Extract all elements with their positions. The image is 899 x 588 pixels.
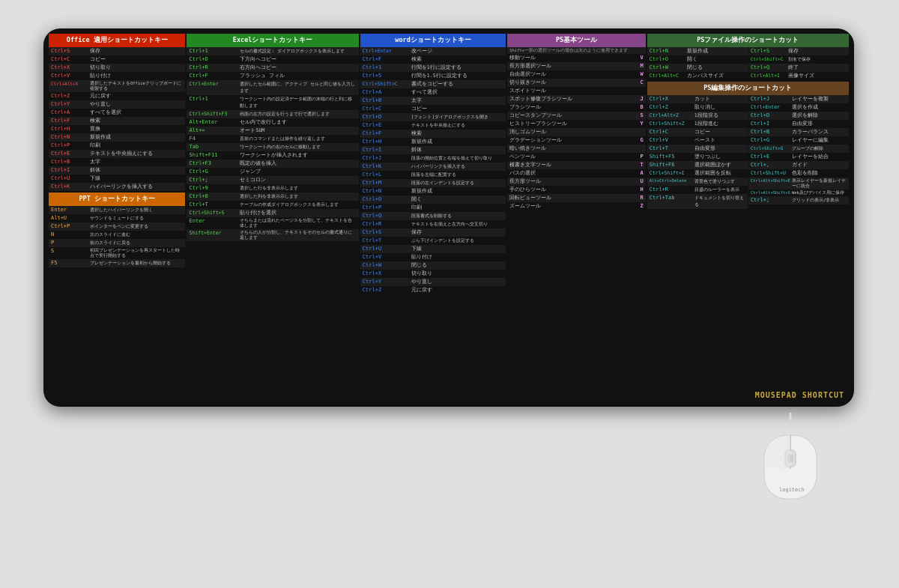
- ps-edit-r13: Ctrl+Tab ドキュメントを切り替える: [647, 194, 748, 209]
- word-row-16: Ctrl+L 段落を左端に配置する: [360, 171, 506, 179]
- excel-row-19: Ctrl+Shift+S 貼り付けを選択: [187, 209, 358, 217]
- office-row-14: Ctrl+B 太字: [49, 158, 185, 166]
- office-row-5: Ctrl+Alt+X 選択したテキストをOfficeクリップボードに複製する: [49, 80, 185, 92]
- ps-edit-l12: Ctrl+Alt+Shift+S Web及びデバイス用に保存: [748, 190, 849, 196]
- word-row-6: Ctrl+A すべて選択: [360, 88, 506, 97]
- ps-file-r2: Ctrl+O 開く: [647, 55, 748, 64]
- office-row-10: Ctrl+H 置換: [49, 125, 185, 133]
- word-row-22: Ctrl+R テキストを右揃えと左方向へ交互切り: [360, 220, 506, 228]
- word-row-5: Ctrl+Shift+C 書式をコピーする: [360, 80, 506, 88]
- ps-edit-l1: Ctrl+J レイヤーを複製: [748, 95, 849, 103]
- ps-edit-l4: Ctrl+I 自由変形: [748, 120, 849, 128]
- ps-edit-r2: Ctrl+Z 取り消し: [647, 103, 748, 112]
- word-row-8: Ctrl+C コピー: [360, 105, 506, 113]
- ps-basic-row-9: ヒストリーブラシツール Y: [507, 120, 645, 128]
- ps-basic-row-16: 長方形ツール U: [507, 178, 645, 186]
- word-row-24: Ctrl+T ぶら下げインデントを設定する: [360, 237, 506, 245]
- ps-basic-column: PS基本ツール Shift+一部の選択ツールの場合は次のように使用できます 移動…: [507, 34, 645, 401]
- ps-basic-row-8: コピースタンプツール S: [507, 112, 645, 120]
- ps-edit-r8: Shift+F5 塗りつぶし: [647, 153, 748, 161]
- ps-file-header: PSファイル操作のショートカット: [647, 34, 849, 47]
- office-row-3: Ctrl+X 切り取り: [49, 64, 185, 72]
- ps-file-r3: Ctrl+W 閉じる: [647, 64, 748, 72]
- ps-basic-header: PS基本ツール: [507, 34, 645, 47]
- ps-basic-row-13: ペンツール P: [507, 153, 645, 161]
- word-row-14: Ctrl+J 段落の開始位置と右端を揃えて切り取り: [360, 154, 506, 163]
- ps-basic-row-12: 暗い焼きツール: [507, 145, 645, 153]
- excel-row-10: F4 直前のコマンドまたは操作を繰り返します: [187, 135, 358, 143]
- ppt-row-7: F5 プレゼンテーションを最初から開始する: [49, 259, 185, 267]
- mousepad: Office 適用ショートカットキー Ctrl+S 保存 Ctrl+C コピー …: [43, 28, 854, 407]
- ps-file-r1: Ctrl+N 新規作成: [647, 47, 748, 55]
- ps-basic-row-17: 手のひらツール H: [507, 186, 645, 194]
- excel-row-18: Ctrl+T テーブルの作成ダイアログボックスを表示します: [187, 201, 358, 209]
- ps-edit-r9: Shift+F6 選択範囲ぼかす: [647, 161, 748, 169]
- excel-row-7: Ctrl+Shift+F3 画面の左方の設定を行うまで行で選択します: [187, 110, 358, 118]
- ps-basic-row-3: 自由選択ツール W: [507, 70, 645, 79]
- office-row-9: Ctrl+F 検索: [49, 117, 185, 125]
- excel-row-6: Ctrl+1 ワークシート内の設定済データ範囲の末端の行と列に移動します: [187, 95, 358, 110]
- word-row-21: Ctrl+Q 段落書式を削除する: [360, 212, 506, 220]
- ps-edit-r12: Ctrl+R 目盛のルーラーを表示: [647, 186, 748, 194]
- excel-row-1: Ctrl+1 セルの書式設定: ダイアログボックスを表示します: [187, 47, 358, 55]
- word-row-2: Ctrl+F 検索: [360, 55, 506, 64]
- ps-edit-r7: Ctrl+T 自由変形: [647, 145, 748, 153]
- ps-edit-l10: Ctrl+Shift+U 色彩を削除: [748, 169, 849, 178]
- ps-basic-row-15: パスの選択 A: [507, 169, 645, 178]
- office-row-15: Ctrl+I 斜体: [49, 166, 185, 175]
- ps-edit-l3: Ctrl+D 選択を解除: [748, 112, 849, 120]
- word-row-1: Ctrl+Enter 改ページ: [360, 47, 506, 55]
- ps-edit-l13: Ctrl+; グリッドの表示/非表示: [748, 196, 849, 204]
- svg-text:logitech: logitech: [779, 487, 805, 493]
- ps-basic-row-1: 移動ツール V: [507, 54, 645, 62]
- excel-row-3: Ctrl+R 右方向へコピー: [187, 64, 358, 72]
- word-header: wordショートカットキー: [360, 34, 506, 47]
- word-row-20: Ctrl+P 印刷: [360, 204, 506, 212]
- ps-basic-row-2: 長方形選択ツール M: [507, 62, 645, 70]
- excel-row-12: Shift+F11 ワークシートが挿入されます: [187, 151, 358, 160]
- office-row-17: Ctrl+K ハイパーリンクを挿入する: [49, 183, 185, 191]
- ps-file-r6: Ctrl+Shift+C 別名で保存: [748, 55, 849, 64]
- word-row-19: Ctrl+O 開く: [360, 196, 506, 204]
- ps-edit-r3: Ctrl+Alt+Z 1段階戻る: [647, 112, 748, 120]
- ps-edit-r6: Ctrl+V ペースト: [647, 136, 748, 145]
- excel-row-13: Ctrl+F3 既定の値を挿入: [187, 160, 358, 168]
- ps-edit-l2: Ctrl+Enter 選択を作成: [748, 103, 849, 112]
- ps-basic-note: Shift+一部の選択ツールの場合は次のように使用できます: [507, 47, 645, 54]
- excel-row-2: Ctrl+D 下方向へコピー: [187, 55, 358, 64]
- page-background: Office 適用ショートカットキー Ctrl+S 保存 Ctrl+C コピー …: [0, 0, 899, 588]
- ps-edit-r5: Ctrl+C コピー: [647, 128, 748, 136]
- ps-file-r8: Ctrl+Alt+I 画像サイズ: [748, 72, 849, 80]
- office-row-2: Ctrl+C コピー: [49, 55, 185, 64]
- ps-basic-row-4: 切り抜きツール C: [507, 79, 645, 87]
- ps-file-column: PSファイル操作のショートカット Ctrl+N 新規作成 Ctrl+O 開く: [647, 34, 849, 401]
- office-row-1: Ctrl+S 保存: [49, 47, 185, 55]
- office-row-13: Ctrl+E テキストを中央揃えにする: [49, 150, 185, 158]
- office-row-7: Ctrl+Y やり直し: [49, 100, 185, 109]
- ppt-row-2: Alt+U サウンドをミュートにする: [49, 214, 185, 222]
- ps-edit-r4: Ctrl+Shift+Z 1段階進む: [647, 120, 748, 128]
- office-row-11: Ctrl+N 新規作成: [49, 133, 185, 142]
- word-row-4: Ctrl+5 行間を1.5行に設定する: [360, 72, 506, 80]
- mouse-illustration: logitech: [757, 413, 824, 513]
- word-row-23: Ctrl+S 保存: [360, 228, 506, 237]
- ps-basic-row-6: スポット修復ブラシツール J: [507, 95, 645, 103]
- ps-edit-l6: Ctrl+G レイヤーに編集: [748, 136, 849, 145]
- ppt-header: PPT ショートカットキー: [49, 193, 185, 206]
- excel-row-14: Ctrl+G ジャンプ: [187, 168, 358, 176]
- ps-basic-row-19: ズームツール Z: [507, 202, 645, 210]
- ps-basic-row-18: 回転ビューツール R: [507, 194, 645, 202]
- ps-file-r4: Ctrl+Alt+C カンバスサイズ: [647, 72, 748, 80]
- ps-edit-r10: Ctrl+Shift+I 選択範囲を反転: [647, 169, 748, 178]
- excel-row-21: Shift+Enter そちらの人が分割し、テキストをそのセルの書式通りに返しま…: [187, 229, 358, 241]
- word-row-28: Ctrl+X 切り取り: [360, 270, 506, 278]
- excel-row-4: Ctrl+F フラッシュ フィル: [187, 72, 358, 80]
- word-row-17: Ctrl+M 段落の左インデントを設定する: [360, 179, 506, 187]
- office-row-16: Ctrl+U 下線: [49, 175, 185, 183]
- excel-row-5: Ctrl+Enter 選択したセル範囲に、アクティブ セルと同じ値を入力します: [187, 80, 358, 95]
- word-row-13: Ctrl+I 斜体: [360, 146, 506, 154]
- excel-row-11: Tab ワークシート内の右のセルに移動します: [187, 143, 358, 151]
- excel-row-17: Ctrl+0 選択した列を非表示示します: [187, 193, 358, 201]
- ps-basic-row-7: ブラシツール B: [507, 103, 645, 112]
- word-row-11: Ctrl+F 検索: [360, 130, 506, 138]
